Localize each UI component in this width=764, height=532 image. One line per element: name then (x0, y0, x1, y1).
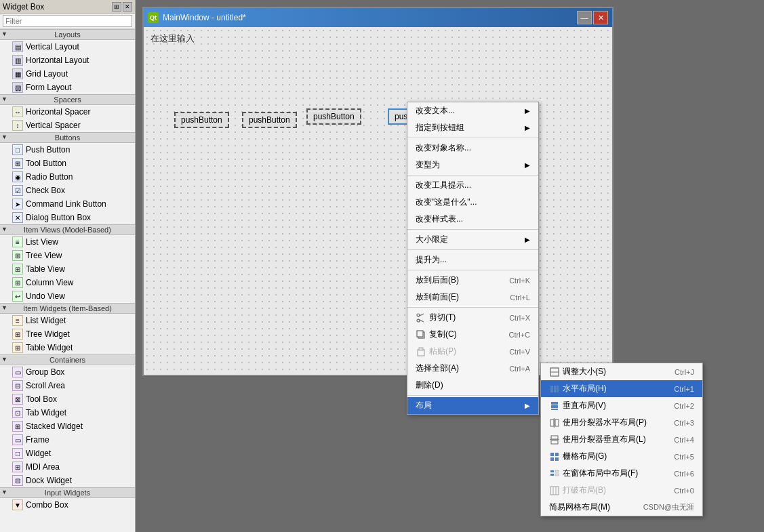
push-button-3[interactable]: pushButton (306, 108, 361, 125)
dock-widget-icon: ⊟ (12, 475, 23, 486)
menu-item-change-text[interactable]: 改变文本... ▶ (407, 102, 538, 119)
widget-item-horizontal-layout[interactable]: ▥ Horizontal Layout (0, 54, 135, 67)
category-layouts: ▼ Layouts (0, 29, 135, 40)
minimize-button[interactable]: — (577, 11, 592, 24)
widget-item-dock-widget[interactable]: ⊟ Dock Widget (0, 474, 135, 487)
column-view-icon: ⊞ (12, 277, 23, 288)
main-window-title: MainWindow - untitled* (163, 13, 246, 22)
menu-item-cut[interactable]: 剪切(T) Ctrl+X (407, 309, 538, 326)
tool-box-icon: ⊠ (12, 394, 23, 405)
widget-item-list-view[interactable]: ≡ List View (0, 235, 135, 249)
widget-item-vertical-spacer[interactable]: ↕ Vertical Spacer (0, 119, 135, 132)
widget-item-undo-view[interactable]: ↩ Undo View (0, 289, 135, 303)
close-button[interactable]: ✕ (593, 11, 608, 24)
menu-item-bring-to-front[interactable]: 放到前面(E) Ctrl+L (407, 289, 538, 306)
svg-rect-26 (550, 470, 554, 472)
push-button-2[interactable]: pushButton (242, 112, 297, 128)
menu-item-layout[interactable]: 布局 ▶ (407, 397, 538, 414)
widget-box-titlebar: Widget Box ⊞ ✕ (0, 0, 135, 14)
undo-view-icon: ↩ (12, 291, 23, 302)
push-button-1[interactable]: pushButton (174, 112, 229, 128)
svg-rect-15 (551, 409, 558, 410)
check-box-icon: ☑ (12, 185, 23, 196)
widget-item-table-view[interactable]: ⊞ Table View (0, 262, 135, 276)
widget-item-mdi-area[interactable]: ⊞ MDI Area (0, 460, 135, 474)
grid-layout-icon: ▦ (12, 68, 23, 79)
layout-submenu: 调整大小(S) Ctrl+J 水平布局(H) Ctrl+1 垂直布局(V) Ct… (540, 363, 703, 516)
menu-item-promote[interactable]: 提升为... (407, 251, 538, 268)
tool-button-icon: ⊞ (12, 158, 23, 169)
menu-item-morph-to[interactable]: 变型为 ▶ (407, 157, 538, 173)
filter-input[interactable] (3, 15, 132, 27)
svg-rect-28 (550, 474, 554, 476)
widget-item-vertical-layout[interactable]: ▤ Vertical Layout (0, 40, 135, 54)
submenu-item-form-layout[interactable]: 在窗体布局中布局(F) Ctrl+6 (541, 465, 702, 482)
widget-item-table-widget[interactable]: ⊞ Table Widget (0, 341, 135, 354)
h-splitter-icon (549, 417, 560, 428)
menu-item-change-whats-this[interactable]: 改变"这是什么"... (407, 194, 538, 211)
submenu-item-hsplitter[interactable]: 使用分裂器水平布局(P) Ctrl+3 (541, 414, 702, 431)
menu-item-assign-button-group[interactable]: 指定到按钮组 ▶ (407, 119, 538, 136)
widget-item-check-box[interactable]: ☑ Check Box (0, 184, 135, 197)
horizontal-spacer-icon: ↔ (12, 106, 23, 117)
separator-1 (407, 138, 538, 138)
grid-layout-submenu-icon (549, 451, 560, 462)
widget-item-form-layout[interactable]: ▧ Form Layout (0, 81, 135, 94)
menu-item-change-stylesheet[interactable]: 改变样式表... (407, 211, 538, 228)
widget-item-tree-view[interactable]: ⊞ Tree View (0, 249, 135, 262)
menu-item-delete[interactable]: 删除(D) (407, 377, 538, 394)
svg-rect-19 (551, 436, 558, 439)
widget-item-tab-widget[interactable]: ⊡ Tab Widget (0, 406, 135, 420)
widget-item-combo-box[interactable]: ▼ Combo Box (0, 498, 135, 512)
widget-item-stacked-widget[interactable]: ⊞ Stacked Widget (0, 420, 135, 433)
widget-item-push-button[interactable]: □ Push Button (0, 143, 135, 157)
widget-item-dialog-button-box[interactable]: ✕ Dialog Button Box (0, 211, 135, 224)
menu-item-select-all[interactable]: 选择全部(A) Ctrl+A (407, 360, 538, 377)
widget-item-tool-box[interactable]: ⊠ Tool Box (0, 392, 135, 406)
submenu-item-vertical-layout[interactable]: 垂直布局(V) Ctrl+2 (541, 397, 702, 414)
widget-item-list-widget[interactable]: ≡ List Widget (0, 314, 135, 327)
vertical-layout-icon (549, 401, 560, 411)
widget-item-tool-button[interactable]: ⊞ Tool Button (0, 157, 135, 170)
menu-item-copy[interactable]: 复制(C) Ctrl+C (407, 326, 538, 343)
submenu-item-horizontal-layout[interactable]: 水平布局(H) Ctrl+1 (541, 380, 702, 397)
separator-5 (407, 270, 538, 270)
submenu-item-break-layout[interactable]: 打破布局(B) Ctrl+0 (541, 482, 702, 499)
widget-item-command-link-button[interactable]: ➤ Command Link Button (0, 197, 135, 211)
break-layout-icon (549, 485, 560, 496)
main-content-area: 在这里输入 pushButton pushButton pushButton p… (144, 27, 612, 375)
widget-item-widget[interactable]: □ Widget (0, 447, 135, 460)
widget-box: Widget Box ⊞ ✕ ▼ Layouts ▤ Vertical Layo… (0, 0, 136, 532)
menu-item-change-tooltip[interactable]: 改变工具提示... (407, 177, 538, 194)
menu-item-send-to-back[interactable]: 放到后面(B) Ctrl+K (407, 272, 538, 289)
widget-item-radio-button[interactable]: ◉ Radio Button (0, 170, 135, 184)
submenu-item-simple-grid[interactable]: 简易网格布局(M) CSDN@虫无涯 (541, 499, 702, 516)
widget-item-column-view[interactable]: ⊞ Column View (0, 276, 135, 289)
submenu-item-vsplitter[interactable]: 使用分裂器垂直布局(L) Ctrl+4 (541, 431, 702, 448)
resize-icon (549, 367, 560, 377)
submenu-item-resize[interactable]: 调整大小(S) Ctrl+J (541, 363, 702, 380)
widget-item-horizontal-spacer[interactable]: ↔ Horizontal Spacer (0, 105, 135, 119)
widget-box-buttons: ⊞ ✕ (112, 2, 132, 12)
menu-item-paste[interactable]: 粘贴(P) Ctrl+V (407, 343, 538, 360)
separator-2 (407, 175, 538, 176)
submenu-item-grid-layout[interactable]: 栅格布局(G) Ctrl+5 (541, 448, 702, 465)
menu-item-change-object-name[interactable]: 改变对象名称... (407, 140, 538, 157)
widget-item-group-box[interactable]: ▭ Group Box (0, 365, 135, 379)
separator-6 (407, 307, 538, 308)
horizontal-layout-icon: ▥ (12, 55, 23, 66)
category-input-widgets: ▼ Input Widgets (0, 487, 135, 498)
category-item-widgets: ▼ Item Widgets (Item-Based) (0, 303, 135, 314)
svg-rect-13 (551, 402, 558, 405)
widget-item-grid-layout[interactable]: ▦ Grid Layout (0, 67, 135, 81)
category-item-views: ▼ Item Views (Model-Based) (0, 224, 135, 235)
svg-rect-12 (557, 386, 559, 392)
main-window-titlebar: Qt MainWindow - untitled* — ✕ (144, 8, 612, 27)
widget-item-scroll-area[interactable]: ⊟ Scroll Area (0, 379, 135, 392)
combo-box-icon: ▼ (12, 499, 23, 510)
menu-item-size-constraint[interactable]: 大小限定 ▶ (407, 231, 538, 248)
widget-item-tree-widget[interactable]: ⊞ Tree Widget (0, 327, 135, 341)
widget-box-float-btn[interactable]: ⊞ (112, 2, 121, 12)
widget-item-frame[interactable]: ▭ Frame (0, 433, 135, 447)
widget-box-close-btn[interactable]: ✕ (123, 2, 132, 12)
